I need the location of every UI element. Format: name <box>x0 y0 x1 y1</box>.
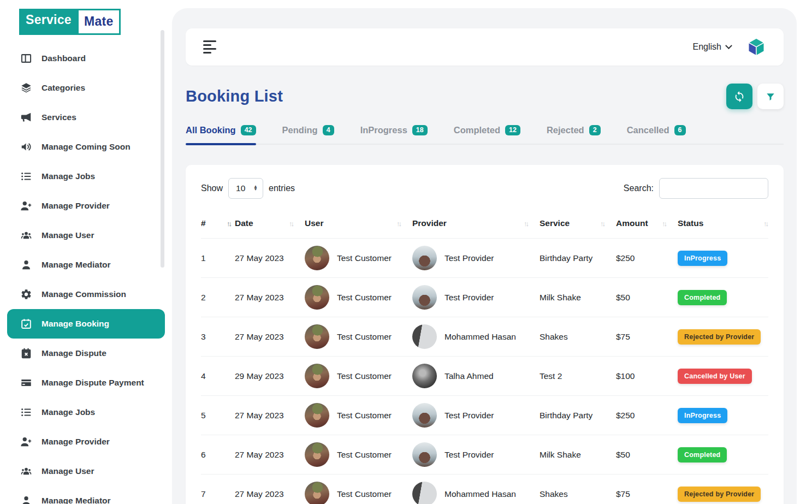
people-icon <box>20 465 32 478</box>
sidebar-item-manage-coming-soon[interactable]: Manage Coming Soon <box>7 132 165 162</box>
sort-icon[interactable]: ↑↓ <box>763 220 767 228</box>
sidebar-item-categories[interactable]: Categories <box>7 73 165 103</box>
sidebar-item-manage-user[interactable]: Manage User <box>7 221 165 250</box>
table-row: 3 27 May 2023 Test Customer Mohammed Has… <box>201 317 768 357</box>
tab-cancelled[interactable]: Cancelled 6 <box>627 125 686 144</box>
booking-date: 27 May 2023 <box>235 317 305 357</box>
refresh-icon <box>733 91 745 103</box>
sidebar-item-manage-jobs[interactable]: Manage Jobs <box>7 398 165 427</box>
amount: $50 <box>616 435 678 475</box>
sidebar-item-manage-dispute[interactable]: Manage Dispute <box>7 339 165 368</box>
chevron-down-icon <box>725 42 732 49</box>
sort-icon[interactable]: ↑↓ <box>524 220 527 228</box>
column-header-provider[interactable]: Provider ↑↓ <box>412 212 540 239</box>
sidebar-item-manage-mediator[interactable]: Manage Mediator <box>7 250 165 280</box>
column-header-amount[interactable]: Amount ↑↓ <box>616 212 678 239</box>
brand-logo[interactable]: Service Mate <box>19 9 121 35</box>
user-avatar <box>305 324 329 349</box>
sidebar-item-manage-mediator[interactable]: Manage Mediator <box>7 486 165 504</box>
provider-name: Mohammed Hasan <box>444 332 516 342</box>
booking-status-tabs: All Booking 42 Pending 4 InProgress 18 C… <box>186 125 784 145</box>
search-label: Search: <box>624 183 654 193</box>
tab-pending[interactable]: Pending 4 <box>282 125 334 144</box>
table-row: 5 27 May 2023 Test Customer Test Provide… <box>201 396 768 435</box>
column-header-status[interactable]: Status ↑↓ <box>678 212 768 239</box>
booking-date: 29 May 2023 <box>235 357 305 396</box>
refresh-button[interactable] <box>726 84 752 109</box>
sidebar-item-manage-jobs[interactable]: Manage Jobs <box>7 162 165 191</box>
sidebar-item-dashboard[interactable]: Dashboard <box>7 44 165 73</box>
user-avatar <box>305 364 329 388</box>
tab-all-booking[interactable]: All Booking 42 <box>186 125 256 144</box>
sidebar-item-manage-commission[interactable]: Manage Commission <box>7 280 165 309</box>
booking-table-card: Show 10 entries Search: <box>186 165 784 504</box>
booking-date: 27 May 2023 <box>235 278 305 317</box>
provider-avatar <box>412 442 437 467</box>
sort-icon[interactable]: ↑↓ <box>600 220 604 228</box>
column-header-date[interactable]: Date ↑↓ <box>235 212 305 239</box>
filter-button[interactable] <box>757 84 784 109</box>
status-badge: Completed <box>678 447 727 463</box>
sidebar-item-manage-booking[interactable]: Manage Booking <box>7 309 165 339</box>
tab-completed[interactable]: Completed 12 <box>454 125 520 144</box>
provider-avatar <box>412 246 437 270</box>
sidebar-item-services[interactable]: Services <box>7 103 165 132</box>
status-badge: InProgress <box>678 251 727 266</box>
tab-count-badge: 6 <box>674 125 686 135</box>
sidebar-item-manage-user[interactable]: Manage User <box>7 456 165 486</box>
credit-card-icon <box>20 377 32 389</box>
sort-icon[interactable]: ↑↓ <box>396 220 400 228</box>
sidebar-item-manage-provider[interactable]: Manage Provider <box>7 191 165 221</box>
page-size-control: Show 10 entries <box>201 178 295 199</box>
search-input[interactable] <box>659 178 768 199</box>
amount: $100 <box>616 357 678 396</box>
tab-count-badge: 18 <box>412 125 428 135</box>
language-selector[interactable]: English <box>693 42 731 52</box>
column-header--[interactable]: # ↑↓ <box>201 212 235 239</box>
calendar-check-icon <box>20 318 32 330</box>
row-index: 7 <box>201 475 235 504</box>
user-avatar <box>305 246 329 270</box>
row-index: 5 <box>201 396 235 435</box>
table-row: 6 27 May 2023 Test Customer Test Provide… <box>201 435 768 475</box>
booking-date: 27 May 2023 <box>235 239 305 278</box>
speaker-icon <box>20 141 32 153</box>
status-badge: Completed <box>678 290 727 305</box>
sidebar-scrollbar[interactable] <box>161 30 164 268</box>
megaphone-icon <box>20 111 32 124</box>
person-plus-icon <box>20 200 32 212</box>
menu-toggle-button[interactable] <box>202 38 217 56</box>
service-name: Shakes <box>540 317 616 357</box>
amount: $50 <box>616 278 678 317</box>
service-name: Test 2 <box>540 357 616 396</box>
gear-icon <box>20 288 32 301</box>
sort-icon[interactable]: ↑↓ <box>289 220 293 228</box>
user-avatar <box>305 442 329 467</box>
user-name: Test Customer <box>337 450 392 460</box>
page-title: Booking List <box>186 87 283 105</box>
people-icon <box>20 229 32 242</box>
brand-logo-mate: Mate <box>77 9 121 35</box>
status-badge: Cancelled by User <box>678 369 752 384</box>
status-badge: InProgress <box>678 408 727 423</box>
column-header-service[interactable]: Service ↑↓ <box>540 212 616 239</box>
sort-icon[interactable]: ↑↓ <box>227 220 230 228</box>
page-size-select[interactable]: 10 <box>228 178 263 199</box>
filter-icon <box>765 91 776 102</box>
sidebar: Service Mate Dashboard Categories Servic… <box>0 0 172 504</box>
tab-count-badge: 4 <box>323 125 334 135</box>
column-header-user[interactable]: User ↑↓ <box>305 212 412 239</box>
tab-count-badge: 2 <box>589 125 601 135</box>
provider-name: Talha Ahmed <box>444 371 494 381</box>
provider-avatar <box>412 364 437 388</box>
sort-icon[interactable]: ↑↓ <box>662 220 666 228</box>
sidebar-item-manage-dispute-payment[interactable]: Manage Dispute Payment <box>7 368 165 398</box>
amount: $250 <box>616 396 678 435</box>
provider-avatar <box>412 482 437 504</box>
tab-inprogress[interactable]: InProgress 18 <box>360 125 428 144</box>
app-cube-logo-icon[interactable] <box>745 36 767 58</box>
tab-rejected[interactable]: Rejected 2 <box>547 125 601 144</box>
sidebar-item-manage-provider[interactable]: Manage Provider <box>7 427 165 456</box>
booking-date: 27 May 2023 <box>235 435 305 475</box>
service-name: Birthday Party <box>540 396 616 435</box>
